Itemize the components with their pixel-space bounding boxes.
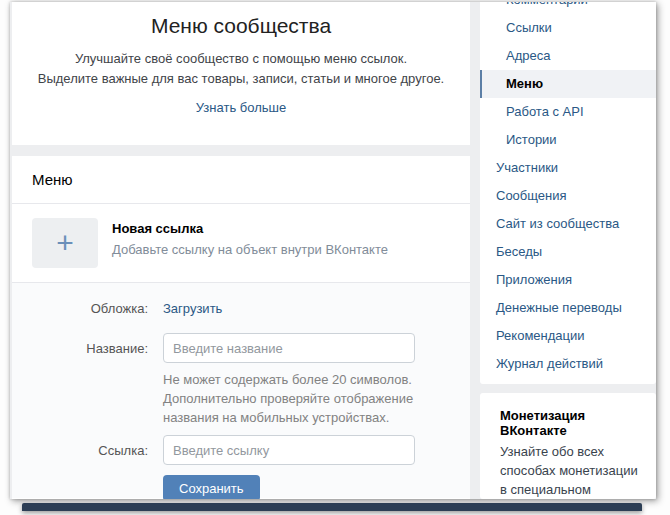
cover-row: Обложка: Загрузить [12, 299, 450, 317]
link-input[interactable] [163, 435, 415, 465]
new-link-row[interactable]: + Новая ссылка Добавьте ссылку на объект… [12, 204, 470, 283]
name-label: Название: [12, 341, 148, 356]
sidebar-item-stories[interactable]: Истории [480, 126, 656, 154]
bottom-window-edge [22, 503, 642, 511]
sidebar-item-action-log[interactable]: Журнал действий [480, 350, 656, 378]
learn-more-link[interactable]: Узнать больше [196, 100, 286, 115]
link-row: Ссылка: [12, 435, 450, 465]
monetization-card: Монетизация ВКонтакте Узнайте обо всех с… [480, 393, 656, 499]
sidebar-item-menu[interactable]: Меню [480, 70, 656, 98]
community-menu-header-card: Меню сообщества Улучшайте своё сообществ… [12, 2, 470, 145]
sidebar-item-api[interactable]: Работа с API [480, 98, 656, 126]
add-link-button[interactable]: + [32, 218, 98, 268]
monetization-title: Монетизация ВКонтакте [500, 408, 638, 438]
name-hint: Не может содержать более 20 символов. До… [163, 370, 445, 427]
sidebar-item-apps[interactable]: Приложения [480, 266, 656, 294]
sidebar-item-links[interactable]: Ссылки [480, 14, 656, 42]
menu-editor-card: Меню + Новая ссылка Добавьте ссылку на о… [12, 156, 470, 499]
page-description: Улучшайте своё сообщество с помощью меню… [12, 49, 470, 89]
sidebar-item-chats[interactable]: Беседы [480, 238, 656, 266]
cover-label: Обложка: [12, 301, 148, 316]
screenshot-stage: Меню сообщества Улучшайте своё сообществ… [0, 0, 670, 515]
sidebar-item-comments[interactable]: Комментарии [480, 2, 656, 14]
sidebar-item-messages[interactable]: Сообщения [480, 182, 656, 210]
sidebar-item-money-transfers[interactable]: Денежные переводы [480, 294, 656, 322]
menu-section-title: Меню [12, 156, 470, 204]
name-row: Название: [12, 333, 450, 363]
sidebar-item-recommendations[interactable]: Рекомендации [480, 322, 656, 350]
page-description-line2: Выделите важные для вас товары, записи, … [12, 69, 470, 89]
name-input[interactable] [163, 333, 415, 363]
sidebar-item-addresses[interactable]: Адреса [480, 42, 656, 70]
settings-sidebar: Комментарии Ссылки Адреса Меню Работа с … [480, 2, 656, 384]
new-link-subtitle: Добавьте ссылку на объект внутри ВКонтак… [112, 242, 388, 257]
plus-icon: + [56, 228, 74, 258]
save-button[interactable]: Сохранить [163, 475, 260, 499]
page-title: Меню сообщества [12, 14, 470, 38]
sidebar-item-members[interactable]: Участники [480, 154, 656, 182]
upload-cover-link[interactable]: Загрузить [163, 301, 222, 316]
new-link-title: Новая ссылка [112, 221, 203, 236]
sidebar-item-community-site[interactable]: Сайт из сообщества [480, 210, 656, 238]
link-label: Ссылка: [12, 443, 148, 458]
vk-settings-page: Меню сообщества Улучшайте своё сообществ… [10, 2, 656, 499]
link-form: Обложка: Загрузить Название: Не может со… [12, 283, 470, 498]
monetization-text: Узнайте обо всех способах монетизации в … [500, 442, 638, 499]
page-description-line1: Улучшайте своё сообщество с помощью меню… [12, 49, 470, 69]
